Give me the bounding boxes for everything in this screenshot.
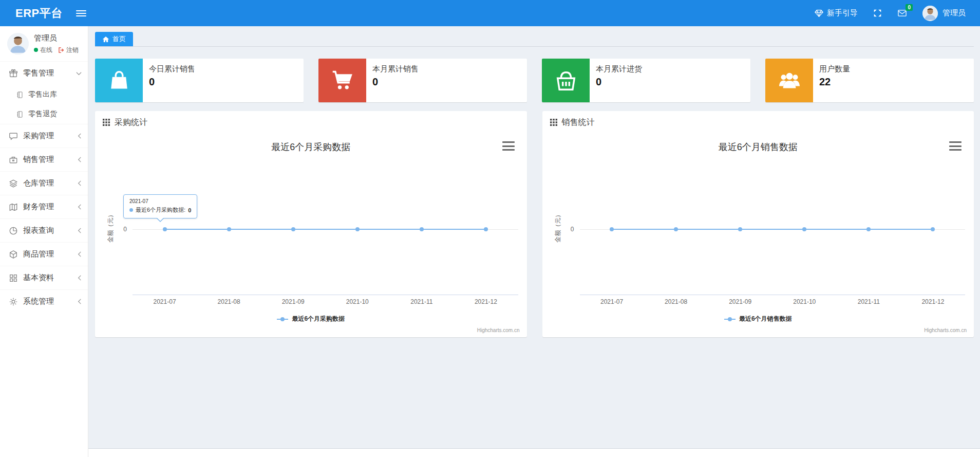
users-icon bbox=[778, 69, 801, 93]
sidebar-item-label: 仓库管理 bbox=[23, 178, 54, 188]
legend-marker-icon bbox=[724, 319, 736, 320]
user-name-label: 管理员 bbox=[943, 8, 966, 18]
logout-label: 注销 bbox=[66, 46, 79, 54]
sidebar-item-products[interactable]: 商品管理 bbox=[0, 242, 88, 266]
logout-link[interactable]: 注销 bbox=[58, 46, 79, 54]
legend-label: 最近6个月销售数据 bbox=[739, 315, 792, 323]
avatar bbox=[7, 33, 29, 54]
data-point-marker[interactable] bbox=[420, 227, 424, 231]
sign-out-icon bbox=[58, 47, 65, 53]
data-point-marker[interactable] bbox=[610, 227, 614, 231]
tooltip-header: 2021-07 bbox=[129, 198, 191, 204]
tabs-bar: 首页 bbox=[95, 29, 974, 47]
shopping-bag-icon bbox=[108, 69, 130, 92]
chart-tooltip: 2021-07 最近6个月采购数据: 0 bbox=[123, 194, 197, 218]
highcharts-credit-link[interactable]: Highcharts.com.cn bbox=[477, 327, 520, 333]
sidebar-item-warehouse[interactable]: 仓库管理 bbox=[0, 171, 88, 195]
gear-icon bbox=[9, 297, 18, 306]
stat-card-value: 0 bbox=[372, 76, 419, 88]
data-point-marker[interactable] bbox=[738, 227, 742, 231]
fullscreen-button[interactable] bbox=[873, 9, 882, 17]
stat-card-label: 本月累计进货 bbox=[596, 64, 642, 74]
tooltip-value: 0 bbox=[188, 207, 191, 213]
x-axis-tick-label: 2021-09 bbox=[708, 298, 772, 305]
y-axis-tick-label: 0 bbox=[562, 226, 574, 233]
data-point-marker[interactable] bbox=[931, 227, 935, 231]
comment-icon bbox=[9, 132, 18, 141]
sidebar-item-basic-data[interactable]: 基本资料 bbox=[0, 266, 88, 289]
chart-context-menu-button[interactable] bbox=[949, 141, 962, 151]
sidebar-item-label: 系统管理 bbox=[23, 297, 54, 306]
sidebar-item-label: 采购管理 bbox=[23, 131, 54, 141]
footer bbox=[88, 448, 980, 457]
data-point-marker[interactable] bbox=[163, 227, 167, 231]
messages-button[interactable]: 0 bbox=[897, 9, 907, 17]
stat-card-month-sales: 本月累计销售 0 bbox=[318, 59, 527, 102]
sidebar-item-purchase[interactable]: 采购管理 bbox=[0, 124, 88, 148]
chevron-left-icon bbox=[78, 228, 82, 233]
sidebar-item-system[interactable]: 系统管理 bbox=[0, 289, 88, 313]
x-axis-tick-label: 2021-07 bbox=[133, 298, 197, 305]
journal-icon bbox=[16, 91, 24, 99]
data-point-marker[interactable] bbox=[355, 227, 360, 231]
x-axis-tick-label: 2021-11 bbox=[389, 298, 454, 305]
basket-icon bbox=[554, 69, 578, 93]
sidebar-item-sales[interactable]: 销售管理 bbox=[0, 148, 88, 171]
guide-link[interactable]: 新手引导 bbox=[815, 8, 858, 18]
tooltip-series-label: 最近6个月采购数据: bbox=[136, 206, 185, 214]
stat-card-value: 0 bbox=[596, 76, 642, 88]
sidebar-toggle-button[interactable] bbox=[76, 10, 86, 16]
message-count-badge: 0 bbox=[906, 4, 913, 11]
stat-card-month-purchase: 本月累计进货 0 bbox=[542, 59, 750, 102]
purchase-stats-panel: 采购统计 最近6个月采购数据 金额（元） 0 bbox=[95, 111, 527, 337]
data-point-marker[interactable] bbox=[802, 227, 806, 231]
legend-item[interactable]: 最近6个月销售数据 bbox=[542, 315, 974, 323]
sidebar-item-retail-return[interactable]: 零售退货 bbox=[0, 104, 88, 124]
sidebar-user-name: 管理员 bbox=[34, 33, 79, 43]
sidebar-item-label: 销售管理 bbox=[23, 155, 54, 164]
data-point-marker[interactable] bbox=[227, 227, 231, 231]
sidebar-submenu-retail: 零售出库 零售退货 bbox=[0, 85, 88, 124]
data-point-marker[interactable] bbox=[866, 227, 871, 231]
x-axis-tick-label: 2021-08 bbox=[644, 298, 708, 305]
highcharts-credit-link[interactable]: Highcharts.com.cn bbox=[924, 327, 967, 333]
sidebar-item-retail[interactable]: 零售管理 bbox=[0, 61, 88, 85]
tab-home[interactable]: 首页 bbox=[95, 32, 133, 46]
chart-title: 最近6个月采购数据 bbox=[95, 134, 527, 153]
sidebar-item-label: 基本资料 bbox=[23, 273, 54, 283]
online-status-dot bbox=[34, 48, 38, 52]
legend-marker-icon bbox=[277, 319, 288, 320]
sidebar-item-reports[interactable]: 报表查询 bbox=[0, 218, 88, 242]
sidebar-item-retail-outbound[interactable]: 零售出库 bbox=[0, 85, 88, 104]
stat-card-label: 用户数量 bbox=[819, 64, 850, 74]
data-point-marker[interactable] bbox=[674, 227, 678, 231]
sidebar-item-finance[interactable]: 财务管理 bbox=[0, 195, 88, 218]
guide-label: 新手引导 bbox=[827, 8, 858, 18]
x-axis-tick-label: 2021-12 bbox=[901, 298, 965, 305]
legend-item[interactable]: 最近6个月采购数据 bbox=[95, 315, 527, 323]
chart-context-menu-button[interactable] bbox=[502, 141, 515, 151]
panel-title: 采购统计 bbox=[115, 117, 147, 128]
main-content: 首页 今日累计销售 0 bbox=[88, 26, 980, 457]
chevron-left-icon bbox=[78, 275, 82, 281]
sidebar-subitem-label: 零售退货 bbox=[28, 109, 57, 119]
grid-icon bbox=[103, 119, 110, 126]
chevron-left-icon bbox=[78, 299, 82, 304]
y-axis-title: 金额（元） bbox=[106, 158, 115, 295]
sidebar-item-label: 零售管理 bbox=[23, 68, 54, 78]
chevron-down-icon bbox=[76, 71, 82, 76]
data-point-marker[interactable] bbox=[291, 227, 295, 231]
app-brand[interactable]: ERP平台 bbox=[0, 6, 73, 21]
charts-row: 采购统计 最近6个月采购数据 金额（元） 0 bbox=[95, 111, 974, 337]
layers-icon bbox=[9, 179, 18, 188]
sales-chart: 最近6个月销售数据 金额（元） 0 20 bbox=[542, 134, 974, 337]
data-point-marker[interactable] bbox=[484, 227, 488, 231]
stat-card-user-count: 用户数量 22 bbox=[765, 59, 974, 102]
series-dot-icon bbox=[129, 208, 133, 212]
x-axis-tick-label: 2021-10 bbox=[772, 298, 837, 305]
chevron-left-icon bbox=[78, 204, 82, 210]
avatar bbox=[922, 6, 938, 21]
user-menu[interactable]: 管理员 bbox=[922, 6, 966, 21]
sidebar-item-label: 报表查询 bbox=[23, 226, 54, 235]
purchase-chart: 最近6个月采购数据 金额（元） 0 20 bbox=[95, 134, 527, 337]
